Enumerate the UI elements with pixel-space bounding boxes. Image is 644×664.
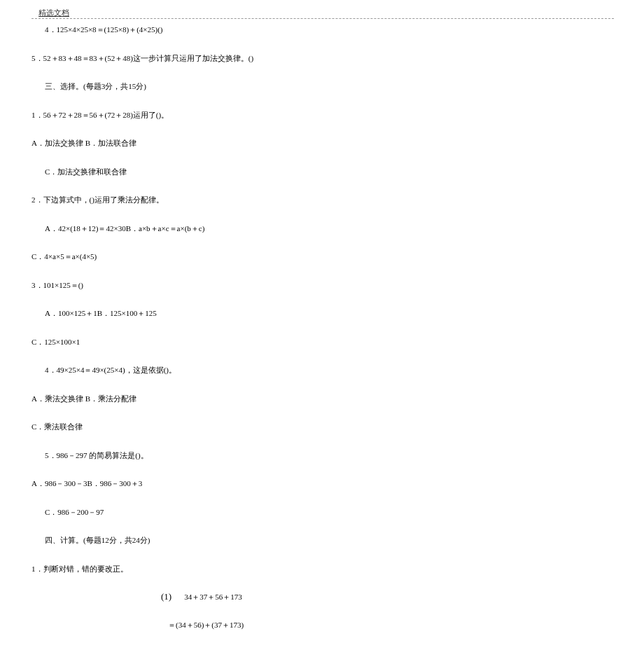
calculation-label: (1) — [161, 591, 172, 602]
text-line: 5．986－297 的简易算法是()。 — [31, 450, 614, 462]
text-line: 4．125×4×25×8＝(125×8)＋(4×25)() — [31, 24, 614, 36]
calculation-equation: ＝(34＋56)＋(37＋173) — [168, 619, 614, 631]
text-line: C．125×100×1 — [31, 336, 614, 348]
text-line: 4．49×25×4＝49×(25×4)，这是依据()。 — [31, 364, 614, 376]
section-header: 三、选择。(每题3分，共15分) — [31, 81, 614, 92]
text-line: 1．判断对错，错的要改正。 — [31, 563, 614, 575]
text-line: A．加法交换律 B．加法联合律 — [31, 137, 614, 149]
text-line: 5．52＋83＋48＝83＋(52＋48)这一步计算只运用了加法交换律。() — [31, 53, 614, 64]
text-line: C．986－200－97 — [31, 506, 614, 518]
header-divider — [31, 18, 614, 19]
text-line: C．4×a×5＝a×(4×5) — [31, 251, 614, 263]
text-line: A．100×125＋1B．125×100＋125 — [31, 307, 614, 319]
calculation-expression: 34＋37＋56＋173 — [184, 592, 242, 602]
text-line: A．42×(18＋12)＝42×30B．a×b＋a×c＝a×(b＋c) — [31, 223, 614, 235]
text-line: A．986－300－3B．986－300＋3 — [31, 478, 614, 490]
text-line: C．乘法联合律 — [31, 421, 614, 433]
text-line: C．加法交换律和联合律 — [31, 166, 614, 178]
text-line: A．乘法交换律 B．乘法分配律 — [31, 393, 614, 405]
text-line: 1．56＋72＋28＝56＋(72＋28)运用了()。 — [31, 109, 614, 121]
text-line: 2．下边算式中，()运用了乘法分配律。 — [31, 194, 614, 206]
document-content: 4．125×4×25×8＝(125×8)＋(4×25)() 5．52＋83＋48… — [31, 24, 614, 648]
calculation-row: (1) 34＋37＋56＋173 — [31, 591, 614, 602]
section-header: 四、计算。(每题12分，共24分) — [31, 534, 614, 546]
text-line: 3．101×125＝() — [31, 279, 614, 291]
